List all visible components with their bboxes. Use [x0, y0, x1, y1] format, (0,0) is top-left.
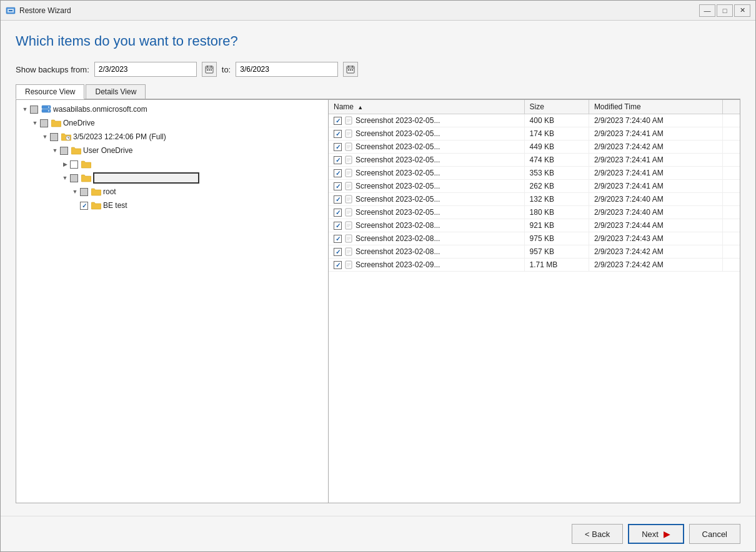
footer: < Back Next ▶ Cancel: [1, 516, 755, 551]
file-table: Name ▲ Size Modified Time ✓: [329, 100, 740, 272]
tree-item-unnamed1[interactable]: ▶: [16, 157, 328, 171]
file-name-9: Screenshot 2023-02-08...: [356, 234, 440, 243]
table-row[interactable]: ✓ Screenshot 2023-02-05... 174 KB 2/9/20…: [329, 127, 740, 140]
tree-item-onedrive[interactable]: ▼ OneDrive: [16, 116, 328, 130]
file-icon-0: [344, 116, 353, 125]
close-button[interactable]: ✕: [734, 4, 750, 17]
col-size[interactable]: Size: [524, 100, 589, 114]
file-icon-6: [344, 195, 353, 204]
file-name-1: Screenshot 2023-02-05...: [356, 129, 440, 138]
file-checkbox-1[interactable]: ✓: [334, 130, 342, 138]
filter-from-label: Show backups from:: [16, 65, 89, 74]
file-extra-2: [722, 140, 740, 154]
table-row[interactable]: ✓ Screenshot 2023-02-08... 921 KB 2/9/20…: [329, 219, 740, 232]
checkbox-server[interactable]: [30, 106, 38, 114]
tree-item-root[interactable]: ▼ root: [16, 185, 328, 199]
wizard-content: Which items do you want to restore? Show…: [1, 21, 755, 516]
calendar-to-icon: [346, 65, 355, 74]
tab-resource-view[interactable]: Resource View: [16, 84, 84, 99]
table-row[interactable]: ✓ Screenshot 2023-02-05... 132 KB 2/9/20…: [329, 193, 740, 206]
file-icon-4: [344, 169, 353, 177]
file-checkbox-8[interactable]: ✓: [334, 222, 342, 230]
table-row[interactable]: ✓ Screenshot 2023-02-08... 957 KB 2/9/20…: [329, 245, 740, 259]
tree-item-be-test[interactable]: ✓ BE test: [16, 199, 328, 212]
table-row[interactable]: ✓ Screenshot 2023-02-08... 975 KB 2/9/20…: [329, 232, 740, 245]
file-name-8: Screenshot 2023-02-08...: [356, 221, 440, 230]
file-modified-6: 2/9/2023 7:24:40 AM: [589, 193, 722, 206]
minimize-button[interactable]: —: [699, 4, 715, 17]
file-checkbox-0[interactable]: ✓: [334, 117, 342, 125]
table-row[interactable]: ✓ Screenshot 2023-02-09... 1.71 MB 2/9/2…: [329, 259, 740, 272]
file-checkbox-7[interactable]: ✓: [334, 209, 342, 217]
file-icon-1: [344, 129, 353, 138]
be-test-label: BE test: [103, 201, 127, 210]
file-name-4: Screenshot 2023-02-05...: [356, 169, 440, 177]
col-modified[interactable]: Modified Time: [589, 100, 722, 114]
expand-arrow-unnamed2: ▼: [61, 174, 69, 182]
file-name-2: Screenshot 2023-02-05...: [356, 142, 440, 151]
folder-icon-unnamed2: [81, 174, 91, 182]
file-modified-10: 2/9/2023 7:24:42 AM: [589, 245, 722, 259]
table-row[interactable]: ✓ Screenshot 2023-02-05... 449 KB 2/9/20…: [329, 140, 740, 154]
file-extra-1: [722, 127, 740, 140]
file-modified-2: 2/9/2023 7:24:42 AM: [589, 140, 722, 154]
checkbox-be-test[interactable]: ✓: [80, 202, 88, 210]
folder-icon-be-test: [91, 201, 101, 210]
file-checkbox-3[interactable]: ✓: [334, 156, 342, 164]
file-checkbox-5[interactable]: ✓: [334, 182, 342, 190]
file-size-11: 1.71 MB: [524, 259, 589, 272]
calendar-from-button[interactable]: [202, 62, 217, 77]
svg-rect-15: [350, 69, 351, 71]
file-checkbox-9[interactable]: ✓: [334, 235, 342, 243]
file-icon-7: [344, 208, 353, 217]
tree-item-unnamed2[interactable]: ▼: [16, 171, 328, 185]
file-panel: Name ▲ Size Modified Time ✓: [329, 100, 740, 503]
cancel-button[interactable]: Cancel: [689, 524, 740, 544]
table-row[interactable]: ✓ Screenshot 2023-02-05... 353 KB 2/9/20…: [329, 167, 740, 180]
col-name[interactable]: Name ▲: [329, 100, 524, 114]
table-row[interactable]: ✓ Screenshot 2023-02-05... 400 KB 2/9/20…: [329, 114, 740, 127]
window-title: Restore Wizard: [19, 6, 71, 15]
root-label: root: [103, 187, 116, 196]
svg-point-20: [48, 111, 49, 112]
file-checkbox-4[interactable]: ✓: [334, 169, 342, 177]
file-size-2: 449 KB: [524, 140, 589, 154]
table-row[interactable]: ✓ Screenshot 2023-02-05... 180 KB 2/9/20…: [329, 206, 740, 219]
calendar-to-button[interactable]: [343, 62, 358, 77]
checkbox-backup[interactable]: [50, 133, 58, 141]
view-tabs: Resource View Details View: [16, 84, 740, 99]
file-checkbox-6[interactable]: ✓: [334, 195, 342, 204]
tree-item-server[interactable]: ▼ wasabilabs.onmicrosoft.com: [16, 102, 328, 116]
date-to-input[interactable]: [236, 62, 338, 77]
file-checkbox-11[interactable]: ✓: [334, 261, 342, 269]
checkbox-root[interactable]: [80, 188, 88, 196]
tab-details-view[interactable]: Details View: [86, 84, 146, 99]
table-row[interactable]: ✓ Screenshot 2023-02-05... 474 KB 2/9/20…: [329, 154, 740, 167]
folder-icon-unnamed1: [81, 160, 91, 169]
file-size-3: 474 KB: [524, 154, 589, 167]
date-from-input[interactable]: [94, 62, 197, 77]
svg-rect-8: [209, 69, 210, 71]
checkbox-unnamed1[interactable]: [70, 160, 78, 169]
folder-clock-icon: [61, 132, 71, 141]
sort-arrow-name: ▲: [357, 104, 363, 111]
title-bar-left: Restore Wizard: [6, 6, 71, 16]
checkbox-onedrive[interactable]: [40, 119, 48, 127]
file-checkbox-2[interactable]: ✓: [334, 143, 342, 151]
backup-label: 3/5/2023 12:24:06 PM (Full): [73, 132, 166, 141]
file-icon-9: [344, 234, 353, 243]
maximize-button[interactable]: □: [717, 4, 733, 17]
checkbox-unnamed2[interactable]: [70, 174, 78, 182]
back-button[interactable]: < Back: [572, 524, 623, 544]
next-button[interactable]: Next ▶: [628, 524, 684, 544]
rename-input[interactable]: [93, 172, 199, 184]
file-modified-4: 2/9/2023 7:24:41 AM: [589, 167, 722, 180]
tree-item-user-onedrive[interactable]: ▼ User OneDrive: [16, 144, 328, 157]
file-checkbox-10[interactable]: ✓: [334, 248, 342, 256]
file-size-1: 174 KB: [524, 127, 589, 140]
table-row[interactable]: ✓ Screenshot 2023-02-05... 262 KB 2/9/20…: [329, 180, 740, 193]
tree-item-backup[interactable]: ▼ 3/5/2023 12:24:06 PM (Full): [16, 130, 328, 144]
file-extra-9: [722, 232, 740, 245]
checkbox-user-onedrive[interactable]: [60, 147, 68, 155]
file-extra-10: [722, 245, 740, 259]
